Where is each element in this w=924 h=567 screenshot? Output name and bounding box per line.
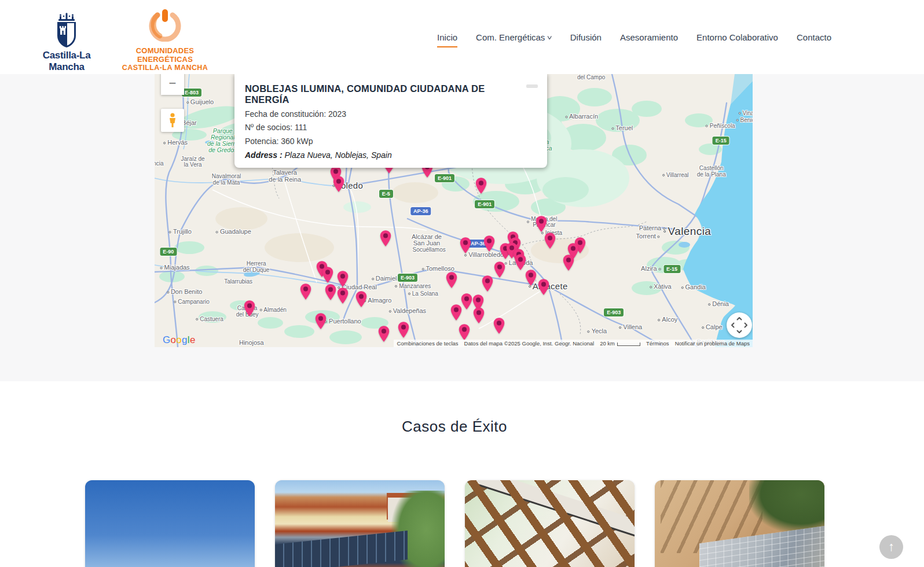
- map-marker[interactable]: [493, 317, 505, 334]
- map-marker[interactable]: [461, 293, 473, 310]
- nav-item-entorno-colaborativo[interactable]: Entorno Colaborativo: [696, 32, 778, 42]
- terms-link[interactable]: Términos: [643, 340, 672, 347]
- map-marker[interactable]: [355, 290, 368, 308]
- map-marker[interactable]: [379, 230, 391, 247]
- map-marker[interactable]: [450, 304, 462, 321]
- map-marker[interactable]: [244, 300, 256, 317]
- map-label: Castuera: [196, 316, 223, 323]
- ce-logo-line1: COMUNIDADES ENERGÉTICAS: [116, 46, 214, 64]
- map-marker[interactable]: [538, 278, 550, 296]
- map-marker[interactable]: [562, 254, 574, 271]
- clm-logo-text: Castilla-La Mancha: [32, 50, 101, 73]
- map-label: Campanario: [174, 299, 209, 305]
- nav-item-com-energ-ticas[interactable]: Com. Energéticas˅: [476, 32, 552, 42]
- map-label: Alzira: [641, 266, 661, 273]
- map-marker[interactable]: [475, 177, 487, 194]
- map-label: Calpe: [702, 324, 723, 331]
- road-shield: E-803: [182, 89, 201, 97]
- photo-estructura-madera: [465, 480, 635, 567]
- map-marker[interactable]: [515, 253, 527, 271]
- nav-item-contacto[interactable]: Contacto: [797, 32, 831, 42]
- map-label: Navalmoral de la Mata: [212, 174, 241, 186]
- road-shield: E-15: [713, 137, 729, 145]
- nav-item-difusi-n[interactable]: Difusión: [570, 32, 602, 42]
- road-shield: E-903: [604, 308, 624, 316]
- power-button-icon: [148, 8, 182, 42]
- map-label: Daimiel: [372, 275, 397, 282]
- header: Castilla-La Mancha COMUNIDADES ENERGÉTIC…: [0, 0, 924, 74]
- google-logo[interactable]: Google: [163, 334, 196, 346]
- map-marker[interactable]: [544, 232, 556, 249]
- info-window-title: NOBLEJAS ILUMINA, COMUNIDAD CIUDADANA DE…: [245, 83, 537, 105]
- map-label: Dénia: [708, 301, 729, 308]
- map-marker[interactable]: [446, 271, 458, 289]
- case-card-2[interactable]: [275, 480, 445, 567]
- map-marker[interactable]: [337, 270, 349, 288]
- map-label: Plasencia: [155, 161, 163, 167]
- map-label: Castellón de la Plana: [697, 165, 726, 178]
- comunidades-energeticas-logo[interactable]: COMUNIDADES ENERGÉTICAS CASTILLA-LA MANC…: [116, 8, 214, 66]
- road-shield: E-901: [435, 174, 454, 182]
- zoom-out-button[interactable]: −: [161, 74, 184, 95]
- scroll-to-top-button[interactable]: ↑: [879, 535, 903, 559]
- map-marker[interactable]: [483, 235, 496, 252]
- pegman-icon: [168, 113, 177, 128]
- map-scale: 20 km: [597, 340, 643, 347]
- map-marker[interactable]: [482, 275, 494, 292]
- map-marker[interactable]: [321, 266, 333, 284]
- case-card-4[interactable]: [655, 480, 824, 567]
- map-marker[interactable]: [536, 215, 548, 233]
- info-window-close-icon[interactable]: [526, 84, 538, 88]
- pegman-streetview-button[interactable]: [161, 109, 184, 132]
- nav-item-inicio[interactable]: Inicio: [437, 32, 457, 42]
- map-label: Villarreal: [662, 172, 689, 179]
- map-label: Guadalupe: [216, 229, 251, 235]
- map-marker[interactable]: [525, 269, 537, 286]
- map-label: Hervás: [163, 139, 188, 146]
- info-line-potencia: Potencia: 360 kWp: [245, 137, 537, 146]
- map-marker[interactable]: [333, 175, 345, 193]
- map-marker[interactable]: [460, 237, 472, 254]
- map-label: Talarrubias: [224, 279, 252, 285]
- keyboard-shortcuts-link[interactable]: Combinaciones de teclas: [394, 340, 461, 347]
- map-marker[interactable]: [397, 321, 409, 338]
- google-map[interactable]: GuijueloBéjarHervásJaraíz de la VeraPlas…: [155, 74, 753, 347]
- road-shield: AP-36: [410, 207, 431, 215]
- report-problem-link[interactable]: Notificar un problema de Maps: [672, 340, 753, 347]
- map-label: Miajadas: [160, 264, 190, 271]
- castilla-la-mancha-logo[interactable]: Castilla-La Mancha: [32, 13, 101, 62]
- map-label: del Campo: [577, 74, 605, 80]
- info-line-socios: Nº de socios: 111: [245, 123, 537, 132]
- case-card-1[interactable]: [85, 480, 255, 567]
- map-marker[interactable]: [337, 287, 349, 304]
- map-label: Guijuelo: [186, 99, 214, 106]
- map-label: Almadén: [259, 307, 286, 314]
- road-shield: E-90: [160, 248, 177, 256]
- map-marker[interactable]: [459, 323, 471, 341]
- case-card-3[interactable]: [465, 480, 635, 567]
- map-marker[interactable]: [315, 312, 327, 330]
- map-info-window: NOBLEJAS ILUMINA, COMUNIDAD CIUDADANA DE…: [234, 74, 547, 168]
- map-marker[interactable]: [472, 307, 485, 324]
- map-label: Puertollano: [325, 318, 361, 325]
- nav-item-asesoramiento[interactable]: Asesoramiento: [620, 32, 678, 42]
- pan-control[interactable]: [727, 312, 752, 338]
- map-label: Albarracín: [565, 113, 598, 120]
- map-marker[interactable]: [300, 283, 312, 300]
- map-label: Benicarló: [736, 117, 753, 124]
- map-label: Herrera del Duque: [243, 261, 270, 273]
- road-shield: E-5: [379, 190, 393, 198]
- road-shield: E-901: [475, 200, 494, 208]
- map-marker[interactable]: [324, 284, 336, 301]
- map-marker[interactable]: [494, 261, 506, 278]
- photo-tejados-paneles-solares: [275, 480, 445, 567]
- map-label: Villena: [619, 324, 642, 331]
- chevron-down-icon: ˅: [547, 34, 552, 41]
- address-label: Address :: [245, 150, 283, 160]
- map-label: Valdepeñas: [389, 308, 426, 315]
- map-label: Xàtiva: [650, 284, 672, 290]
- map-label: Socuéllamos: [413, 247, 446, 253]
- map-label: Talavera de la Reina: [269, 170, 301, 183]
- address-value: Plaza Nueva, Noblejas, Spain: [283, 150, 392, 160]
- map-marker[interactable]: [377, 325, 390, 343]
